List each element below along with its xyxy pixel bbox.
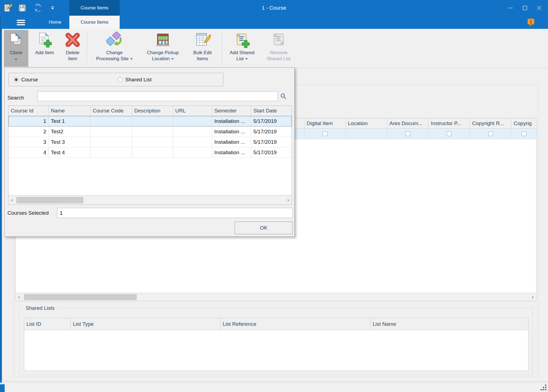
cell-course-id: 1	[9, 116, 49, 126]
change-processing-site-button[interactable]: Change Processing Site	[91, 30, 138, 67]
remove-shared-list-label-1: Remove	[270, 50, 287, 55]
cell-start-date: 5/17/2019	[251, 137, 292, 147]
column-header-list-id[interactable]: List ID	[24, 318, 71, 330]
course-picker-grid: Course Id Name Course Code Description U…	[8, 106, 292, 205]
clone-dropdown-panel: Course Shared List Search Course Id Name…	[4, 67, 295, 237]
column-header-course-id[interactable]: Course Id	[9, 106, 49, 116]
delete-item-label-2: Item	[68, 56, 77, 61]
course-row-4[interactable]: 4 Test 4 Installation ... 5/17/2019	[9, 147, 292, 158]
radio-shared-list-label: Shared List	[125, 77, 152, 83]
magnifier-icon	[280, 93, 287, 100]
course-row-3[interactable]: 3 Test 3 Installation ... 5/17/2019	[9, 137, 292, 147]
cell-url	[173, 137, 212, 147]
change-processing-site-caret	[130, 58, 133, 60]
delete-item-label-1: Delete	[66, 50, 79, 55]
statusbar-separator	[0, 381, 548, 382]
cell-course-id: 2	[9, 126, 49, 137]
scrollbar-thumb[interactable]	[16, 197, 83, 203]
tab-home[interactable]: Home	[41, 16, 69, 29]
shared-lists-groupbox: Shared Lists List ID List Type List Refe…	[19, 308, 533, 375]
delete-item-button[interactable]: Delete Item	[60, 30, 85, 67]
radio-course-label: Course	[21, 77, 38, 83]
column-header-ares-document[interactable]: Ares Docum...	[387, 118, 429, 128]
cell-semester: Installation ...	[212, 137, 251, 147]
scroll-right-icon[interactable]: ›	[285, 197, 291, 203]
radio-option-shared-list[interactable]: Shared List	[118, 73, 152, 86]
column-header-start-date[interactable]: Start Date	[251, 106, 292, 116]
column-header-name[interactable]: Name	[49, 106, 91, 116]
save-icon[interactable]	[17, 3, 28, 13]
instructor-p-checkbox[interactable]	[447, 131, 451, 136]
window-title: 1 - Course	[262, 0, 286, 16]
radio-course-icon[interactable]	[14, 77, 19, 82]
tab-course-items[interactable]: Course Items	[69, 16, 120, 29]
change-pickup-location-button[interactable]: Change Pickup Location	[141, 30, 185, 67]
copyright-r-checkbox[interactable]	[488, 131, 493, 136]
resize-grip-icon[interactable]	[540, 385, 546, 391]
item-cell-ares-document	[387, 129, 429, 139]
courses-selected-input[interactable]	[57, 208, 293, 218]
cell-url	[173, 147, 212, 158]
maximize-button[interactable]	[518, 0, 532, 16]
cell-description	[132, 116, 173, 126]
cell-description	[132, 126, 173, 137]
edit-form-icon[interactable]	[3, 3, 13, 13]
delete-item-icon	[64, 32, 81, 49]
column-header-description[interactable]: Description	[132, 106, 173, 116]
digital-item-checkbox[interactable]	[323, 131, 327, 136]
help-info-icon[interactable]	[526, 18, 536, 28]
bulk-edit-items-icon	[194, 32, 211, 49]
add-shared-list-label-2: List	[236, 56, 243, 61]
search-input[interactable]	[37, 91, 278, 101]
column-header-instructor-p[interactable]: Instructor P...	[429, 118, 470, 128]
column-header-course-code[interactable]: Course Code	[91, 106, 132, 116]
ok-button[interactable]: OK	[235, 222, 293, 234]
clone-button[interactable]: Clone	[4, 30, 28, 67]
course-items-grid-hscrollbar[interactable]: ‹ ›	[16, 293, 536, 301]
radio-option-course[interactable]: Course	[14, 73, 38, 86]
statusbar	[0, 383, 548, 392]
column-header-copyright-2[interactable]: Copyrig	[511, 118, 536, 128]
window-corner-accent	[0, 384, 5, 392]
column-header-list-name[interactable]: List Name	[371, 318, 528, 330]
copyright-2-checkbox[interactable]	[522, 131, 526, 136]
cell-course-code	[91, 116, 132, 126]
column-header-url[interactable]: URL	[173, 106, 212, 116]
cell-start-date: 5/17/2019	[251, 147, 292, 158]
column-header-digital-item[interactable]: Digital Item	[305, 118, 346, 128]
add-item-button[interactable]: Add Item	[31, 30, 58, 67]
course-row-1[interactable]: 1 Test 1 Installation ... 5/17/2019	[9, 116, 292, 126]
hamburger-menu-icon[interactable]	[13, 19, 29, 26]
remove-shared-list-button: Remove Shared List	[262, 30, 295, 67]
bulk-edit-items-label-1: Bulk Edit	[193, 50, 212, 55]
bulk-edit-items-button[interactable]: Bulk Edit Items	[187, 30, 218, 67]
search-button[interactable]	[278, 91, 289, 101]
cell-course-code	[91, 147, 132, 158]
cell-name: Test 4	[49, 147, 91, 158]
radio-shared-list-icon[interactable]	[118, 77, 123, 82]
scroll-left-icon[interactable]: ‹	[9, 197, 15, 203]
scrollbar-thumb[interactable]	[24, 294, 137, 300]
column-header-list-reference[interactable]: List Reference	[220, 318, 370, 330]
change-processing-site-label-1: Change	[106, 50, 123, 55]
column-header-semester[interactable]: Semester	[212, 106, 251, 116]
course-picker-grid-header: Course Id Name Course Code Description U…	[9, 106, 292, 116]
close-button[interactable]	[532, 0, 546, 16]
column-header-location[interactable]: Location	[346, 118, 387, 128]
shared-lists-table-header: List ID List Type List Reference List Na…	[24, 318, 528, 330]
column-header-copyright-r[interactable]: Copyright R...	[470, 118, 511, 128]
minimize-button[interactable]	[503, 0, 518, 16]
refresh-icon[interactable]	[33, 3, 43, 13]
titlebar[interactable]: Course Items 1 - Course	[0, 0, 548, 16]
ribbon-tab-row: Home Course Items	[0, 16, 548, 29]
add-shared-list-button[interactable]: Add Shared List	[225, 30, 259, 67]
scroll-right-icon[interactable]: ›	[530, 294, 536, 300]
change-pickup-location-label-2: Location	[152, 56, 169, 61]
scroll-left-icon[interactable]: ‹	[16, 294, 22, 300]
column-header-list-type[interactable]: List Type	[71, 318, 220, 330]
course-row-2[interactable]: 2 Test2 Installation ... 5/17/2019	[9, 126, 292, 137]
course-picker-hscrollbar[interactable]: ‹ ›	[9, 195, 292, 205]
customize-toolbar-icon[interactable]	[48, 3, 57, 13]
cell-description	[132, 137, 173, 147]
ares-document-checkbox[interactable]	[405, 131, 410, 136]
